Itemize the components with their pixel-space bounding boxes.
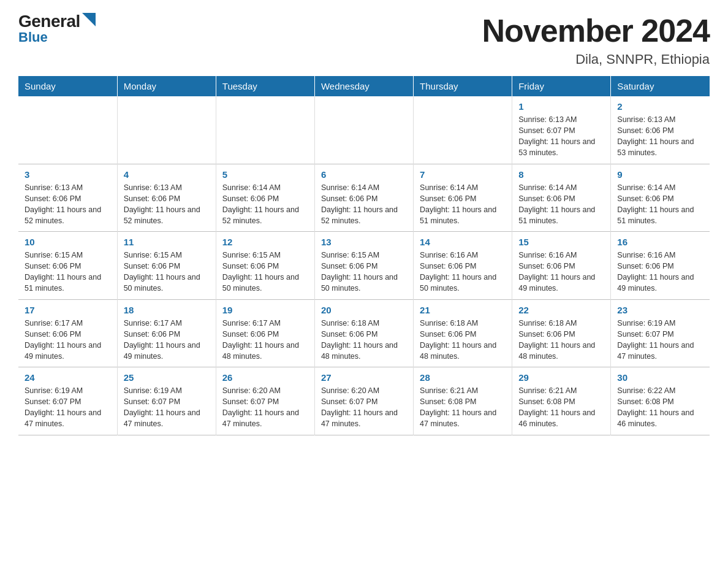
calendar-header-tuesday: Tuesday [216, 76, 314, 96]
day-info: Sunrise: 6:17 AM Sunset: 6:06 PM Dayligh… [25, 318, 111, 362]
calendar-cell: 22Sunrise: 6:18 AM Sunset: 6:06 PM Dayli… [512, 299, 611, 367]
calendar-week-row: 10Sunrise: 6:15 AM Sunset: 6:06 PM Dayli… [18, 232, 710, 300]
calendar-cell: 23Sunrise: 6:19 AM Sunset: 6:07 PM Dayli… [611, 299, 710, 367]
day-info: Sunrise: 6:15 AM Sunset: 6:06 PM Dayligh… [124, 250, 210, 294]
day-number: 16 [617, 237, 703, 247]
calendar-cell: 24Sunrise: 6:19 AM Sunset: 6:07 PM Dayli… [18, 367, 117, 435]
calendar-cell: 11Sunrise: 6:15 AM Sunset: 6:06 PM Dayli… [117, 232, 216, 300]
calendar-cell: 27Sunrise: 6:20 AM Sunset: 6:07 PM Dayli… [314, 367, 413, 435]
day-info: Sunrise: 6:20 AM Sunset: 6:07 PM Dayligh… [222, 385, 308, 430]
day-info: Sunrise: 6:19 AM Sunset: 6:07 PM Dayligh… [25, 385, 111, 430]
day-number: 8 [518, 169, 604, 180]
day-info: Sunrise: 6:14 AM Sunset: 6:06 PM Dayligh… [420, 182, 506, 227]
day-info: Sunrise: 6:19 AM Sunset: 6:07 PM Dayligh… [124, 385, 210, 430]
calendar-header-wednesday: Wednesday [314, 76, 413, 96]
calendar-cell: 2Sunrise: 6:13 AM Sunset: 6:06 PM Daylig… [611, 96, 710, 164]
day-number: 30 [617, 372, 703, 383]
calendar-cell: 10Sunrise: 6:15 AM Sunset: 6:06 PM Dayli… [18, 232, 117, 300]
day-number: 25 [124, 372, 210, 383]
day-number: 17 [25, 305, 111, 315]
calendar-cell: 16Sunrise: 6:16 AM Sunset: 6:06 PM Dayli… [611, 232, 710, 300]
day-number: 27 [321, 372, 407, 383]
logo: General Blue [18, 12, 96, 45]
day-number: 23 [617, 305, 703, 315]
logo-triangle-icon [82, 13, 96, 26]
calendar-week-row: 17Sunrise: 6:17 AM Sunset: 6:06 PM Dayli… [18, 299, 710, 367]
day-info: Sunrise: 6:17 AM Sunset: 6:06 PM Dayligh… [222, 318, 308, 362]
day-info: Sunrise: 6:13 AM Sunset: 6:06 PM Dayligh… [25, 182, 111, 227]
day-info: Sunrise: 6:14 AM Sunset: 6:06 PM Dayligh… [617, 182, 703, 227]
page-subtitle: Dila, SNNPR, Ethiopia [482, 52, 710, 67]
calendar-cell: 15Sunrise: 6:16 AM Sunset: 6:06 PM Dayli… [512, 232, 611, 300]
calendar-cell: 1Sunrise: 6:13 AM Sunset: 6:07 PM Daylig… [512, 96, 611, 164]
day-number: 2 [617, 101, 703, 112]
title-block: November 2024 Dila, SNNPR, Ethiopia [482, 12, 710, 67]
day-info: Sunrise: 6:19 AM Sunset: 6:07 PM Dayligh… [617, 318, 703, 362]
calendar-cell: 25Sunrise: 6:19 AM Sunset: 6:07 PM Dayli… [117, 367, 216, 435]
day-number: 12 [222, 237, 308, 247]
day-number: 21 [420, 305, 506, 315]
calendar-cell: 17Sunrise: 6:17 AM Sunset: 6:06 PM Dayli… [18, 299, 117, 367]
calendar-cell: 26Sunrise: 6:20 AM Sunset: 6:07 PM Dayli… [216, 367, 314, 435]
calendar-cell: 9Sunrise: 6:14 AM Sunset: 6:06 PM Daylig… [611, 164, 710, 232]
calendar-header-friday: Friday [512, 76, 611, 96]
day-number: 9 [617, 169, 703, 180]
calendar-cell: 28Sunrise: 6:21 AM Sunset: 6:08 PM Dayli… [414, 367, 512, 435]
day-number: 22 [518, 305, 604, 315]
day-number: 6 [321, 169, 407, 180]
day-info: Sunrise: 6:14 AM Sunset: 6:06 PM Dayligh… [222, 182, 308, 227]
calendar-cell: 13Sunrise: 6:15 AM Sunset: 6:06 PM Dayli… [314, 232, 413, 300]
day-info: Sunrise: 6:13 AM Sunset: 6:07 PM Dayligh… [518, 114, 604, 159]
day-info: Sunrise: 6:20 AM Sunset: 6:07 PM Dayligh… [321, 385, 407, 430]
day-number: 3 [25, 169, 111, 180]
calendar-cell [314, 96, 413, 164]
day-number: 4 [124, 169, 210, 180]
calendar-cell: 19Sunrise: 6:17 AM Sunset: 6:06 PM Dayli… [216, 299, 314, 367]
day-number: 15 [518, 237, 604, 247]
day-info: Sunrise: 6:17 AM Sunset: 6:06 PM Dayligh… [124, 318, 210, 362]
calendar-cell: 4Sunrise: 6:13 AM Sunset: 6:06 PM Daylig… [117, 164, 216, 232]
calendar-header-monday: Monday [117, 76, 216, 96]
calendar-cell: 29Sunrise: 6:21 AM Sunset: 6:08 PM Dayli… [512, 367, 611, 435]
day-number: 13 [321, 237, 407, 247]
day-number: 14 [420, 237, 506, 247]
day-info: Sunrise: 6:13 AM Sunset: 6:06 PM Dayligh… [617, 114, 703, 159]
calendar-cell: 20Sunrise: 6:18 AM Sunset: 6:06 PM Dayli… [314, 299, 413, 367]
calendar-week-row: 3Sunrise: 6:13 AM Sunset: 6:06 PM Daylig… [18, 164, 710, 232]
calendar-cell: 30Sunrise: 6:22 AM Sunset: 6:08 PM Dayli… [611, 367, 710, 435]
day-info: Sunrise: 6:21 AM Sunset: 6:08 PM Dayligh… [518, 385, 604, 430]
day-info: Sunrise: 6:15 AM Sunset: 6:06 PM Dayligh… [25, 250, 111, 294]
page-title: November 2024 [482, 12, 710, 49]
day-info: Sunrise: 6:14 AM Sunset: 6:06 PM Dayligh… [518, 182, 604, 227]
day-info: Sunrise: 6:18 AM Sunset: 6:06 PM Dayligh… [321, 318, 407, 362]
day-info: Sunrise: 6:18 AM Sunset: 6:06 PM Dayligh… [518, 318, 604, 362]
day-info: Sunrise: 6:18 AM Sunset: 6:06 PM Dayligh… [420, 318, 506, 362]
calendar-header-row: SundayMondayTuesdayWednesdayThursdayFrid… [18, 76, 710, 96]
calendar-cell: 21Sunrise: 6:18 AM Sunset: 6:06 PM Dayli… [414, 299, 512, 367]
calendar-week-row: 1Sunrise: 6:13 AM Sunset: 6:07 PM Daylig… [18, 96, 710, 164]
day-number: 29 [518, 372, 604, 383]
logo-blue-text: Blue [18, 30, 48, 45]
day-number: 5 [222, 169, 308, 180]
page-header: General Blue November 2024 Dila, SNNPR, … [18, 12, 710, 67]
calendar-header-saturday: Saturday [611, 76, 710, 96]
day-info: Sunrise: 6:21 AM Sunset: 6:08 PM Dayligh… [420, 385, 506, 430]
calendar-cell [18, 96, 117, 164]
day-info: Sunrise: 6:16 AM Sunset: 6:06 PM Dayligh… [420, 250, 506, 294]
day-info: Sunrise: 6:16 AM Sunset: 6:06 PM Dayligh… [518, 250, 604, 294]
calendar-cell [216, 96, 314, 164]
day-number: 20 [321, 305, 407, 315]
calendar-header-thursday: Thursday [414, 76, 512, 96]
calendar-cell: 3Sunrise: 6:13 AM Sunset: 6:06 PM Daylig… [18, 164, 117, 232]
calendar-cell: 14Sunrise: 6:16 AM Sunset: 6:06 PM Dayli… [414, 232, 512, 300]
day-number: 24 [25, 372, 111, 383]
day-info: Sunrise: 6:15 AM Sunset: 6:06 PM Dayligh… [321, 250, 407, 294]
day-number: 19 [222, 305, 308, 315]
calendar-cell: 7Sunrise: 6:14 AM Sunset: 6:06 PM Daylig… [414, 164, 512, 232]
calendar-cell [117, 96, 216, 164]
calendar-cell: 18Sunrise: 6:17 AM Sunset: 6:06 PM Dayli… [117, 299, 216, 367]
day-number: 28 [420, 372, 506, 383]
day-info: Sunrise: 6:14 AM Sunset: 6:06 PM Dayligh… [321, 182, 407, 227]
calendar-header-sunday: Sunday [18, 76, 117, 96]
calendar-cell: 8Sunrise: 6:14 AM Sunset: 6:06 PM Daylig… [512, 164, 611, 232]
